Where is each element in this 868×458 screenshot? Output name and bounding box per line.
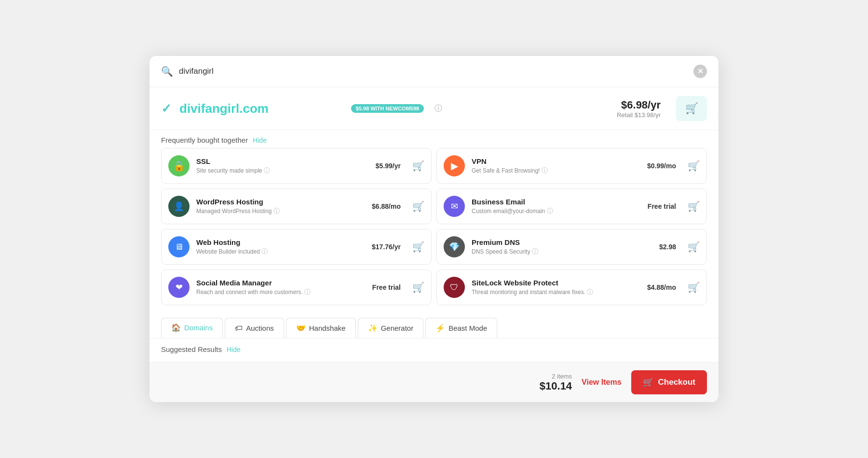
main-modal: 🔍 ✕ ✓ divifangirl.com $5.98 WITH NEWCOM5… <box>149 56 719 402</box>
search-bar: 🔍 ✕ <box>149 56 719 87</box>
suggested-results-title: Suggested Results <box>161 345 222 353</box>
addon-webhosting-info: Web Hosting Website Builder included ⓘ <box>196 238 365 256</box>
tab-handshake-label: Handshake <box>309 324 346 332</box>
tab-beastmode-label: Beast Mode <box>448 324 487 332</box>
generator-tab-icon: ✨ <box>368 323 378 333</box>
hide-frequently-bought[interactable]: Hide <box>253 136 267 144</box>
view-items-button[interactable]: View Items <box>582 378 621 387</box>
tab-generator[interactable]: ✨ Generator <box>358 318 424 338</box>
tab-beastmode[interactable]: ⚡ Beast Mode <box>425 318 497 338</box>
close-button[interactable]: ✕ <box>693 65 707 78</box>
addon-ssl-cart-button[interactable]: 🛒 <box>412 160 424 172</box>
addon-wordpress-desc: Managed WordPress Hosting ⓘ <box>196 207 365 216</box>
addon-webhosting-desc: Website Builder included ⓘ <box>196 247 365 256</box>
ssl-icon: 🔒 <box>168 155 190 176</box>
addon-social-desc: Reach and connect with more customers. ⓘ <box>196 288 366 296</box>
addon-ssl-price: $5.99/yr <box>376 162 401 170</box>
webhosting-icon: 🖥 <box>168 236 190 257</box>
addon-wordpress-info: WordPress Hosting Managed WordPress Host… <box>196 198 365 216</box>
addon-email-cart-button[interactable]: 🛒 <box>688 201 700 212</box>
checkout-cart-icon: 🛒 <box>643 377 653 388</box>
hide-suggested[interactable]: Hide <box>227 346 241 353</box>
addon-sitelock-desc: Threat monitoring and instant malware fi… <box>472 288 640 296</box>
addon-social-price: Free trial <box>372 283 401 291</box>
addons-grid: 🔒 SSL Site security made simple ⓘ $5.99/… <box>149 148 719 313</box>
addon-vpn-cart-button[interactable]: 🛒 <box>688 160 700 172</box>
addon-sitelock-info: SiteLock Website Protect Threat monitori… <box>472 279 640 296</box>
footer-summary: 2 items $10.14 <box>540 373 572 392</box>
domains-tab-icon: 🏠 <box>171 323 181 332</box>
addon-email-info: Business Email Custom email@your-domain … <box>472 198 641 216</box>
auctions-tab-icon: 🏷 <box>235 324 243 333</box>
check-icon: ✓ <box>161 101 172 116</box>
addon-dns-cart-button[interactable]: 🛒 <box>688 241 700 253</box>
addon-social-cart-button[interactable]: 🛒 <box>412 282 424 293</box>
addon-social: ❤ Social Media Manager Reach and connect… <box>161 269 432 305</box>
addon-ssl-name: SSL <box>196 157 369 165</box>
price-main: $6.98/yr <box>617 99 661 111</box>
addon-vpn-price: $0.99/mo <box>647 162 676 170</box>
addon-ssl-desc: Site security made simple ⓘ <box>196 166 369 175</box>
addon-webhosting-cart-button[interactable]: 🛒 <box>412 241 424 253</box>
addon-webhosting-name: Web Hosting <box>196 238 365 246</box>
addon-social-name: Social Media Manager <box>196 279 366 287</box>
addon-wordpress-name: WordPress Hosting <box>196 198 365 206</box>
addon-webhosting: 🖥 Web Hosting Website Builder included ⓘ… <box>161 229 432 265</box>
search-icon: 🔍 <box>161 66 173 77</box>
frequently-bought-title: Frequently bought together <box>161 136 248 144</box>
addon-sitelock: 🛡 SiteLock Website Protect Threat monito… <box>436 269 707 305</box>
tab-domains-label: Domains <box>184 323 213 332</box>
addon-dns-info: Premium DNS DNS Speed & Security ⓘ <box>472 238 652 256</box>
tab-auctions-label: Auctions <box>246 324 274 332</box>
addon-email: ✉ Business Email Custom email@your-domai… <box>436 189 707 224</box>
addon-dns-desc: DNS Speed & Security ⓘ <box>472 247 652 256</box>
addon-dns-name: Premium DNS <box>472 238 652 246</box>
addon-sitelock-price: $4.88/mo <box>647 283 676 291</box>
domain-name: divifangirl.com <box>179 101 339 116</box>
addon-vpn-name: VPN <box>472 157 640 165</box>
addon-email-price: Free trial <box>648 202 676 210</box>
checkout-label: Checkout <box>658 377 695 387</box>
sitelock-icon: 🛡 <box>444 277 465 298</box>
email-icon: ✉ <box>444 196 465 217</box>
addon-vpn-info: VPN Get Safe & Fast Browsing! ⓘ <box>472 157 640 175</box>
addon-vpn: ▶ VPN Get Safe & Fast Browsing! ⓘ $0.99/… <box>436 148 707 184</box>
info-icon[interactable]: ⓘ <box>434 104 442 114</box>
addon-wordpress-price: $6.88/mo <box>372 202 401 210</box>
addon-email-name: Business Email <box>472 198 641 206</box>
addon-webhosting-price: $17.76/yr <box>372 243 401 251</box>
promo-badge: $5.98 WITH NEWCOM598 <box>351 104 424 113</box>
addon-social-info: Social Media Manager Reach and connect w… <box>196 279 366 296</box>
tab-auctions[interactable]: 🏷 Auctions <box>225 318 284 338</box>
frequently-bought-header: Frequently bought together Hide <box>149 130 719 148</box>
addon-sitelock-cart-button[interactable]: 🛒 <box>688 282 700 293</box>
tab-domains[interactable]: 🏠 Domains <box>161 318 223 338</box>
addon-sitelock-name: SiteLock Website Protect <box>472 279 640 287</box>
handshake-tab-icon: 🤝 <box>296 323 306 333</box>
footer-total: $10.14 <box>540 380 572 392</box>
addon-vpn-desc: Get Safe & Fast Browsing! ⓘ <box>472 166 640 175</box>
tab-handshake[interactable]: 🤝 Handshake <box>286 318 356 338</box>
addon-dns: 💎 Premium DNS DNS Speed & Security ⓘ $2.… <box>436 229 707 265</box>
tabs-row: 🏠 Domains 🏷 Auctions 🤝 Handshake ✨ Gener… <box>149 313 719 338</box>
beastmode-tab-icon: ⚡ <box>435 323 445 333</box>
social-icon: ❤ <box>168 277 190 298</box>
tab-generator-label: Generator <box>381 324 414 332</box>
domain-price: $6.98/yr Retail $13.98/yr <box>617 99 661 119</box>
addon-wordpress: 👤 WordPress Hosting Managed WordPress Ho… <box>161 189 432 224</box>
search-input[interactable] <box>179 67 688 76</box>
checkout-button[interactable]: 🛒 Checkout <box>631 370 707 394</box>
addon-ssl: 🔒 SSL Site security made simple ⓘ $5.99/… <box>161 148 432 184</box>
domain-result: ✓ divifangirl.com $5.98 WITH NEWCOM598 ⓘ… <box>149 87 719 130</box>
wordpress-icon: 👤 <box>168 196 190 217</box>
addon-email-desc: Custom email@your-domain ⓘ <box>472 207 641 216</box>
add-to-cart-button[interactable]: 🛒 <box>676 96 707 121</box>
addon-wordpress-cart-button[interactable]: 🛒 <box>412 201 424 212</box>
addon-dns-price: $2.98 <box>659 243 676 251</box>
dns-icon: 💎 <box>444 236 465 257</box>
cart-icon: 🛒 <box>685 102 698 115</box>
footer-items-count: 2 items <box>540 373 572 380</box>
footer-bar: 2 items $10.14 View Items 🛒 Checkout <box>149 362 719 402</box>
addon-ssl-info: SSL Site security made simple ⓘ <box>196 157 369 175</box>
price-retail: Retail $13.98/yr <box>617 111 661 119</box>
